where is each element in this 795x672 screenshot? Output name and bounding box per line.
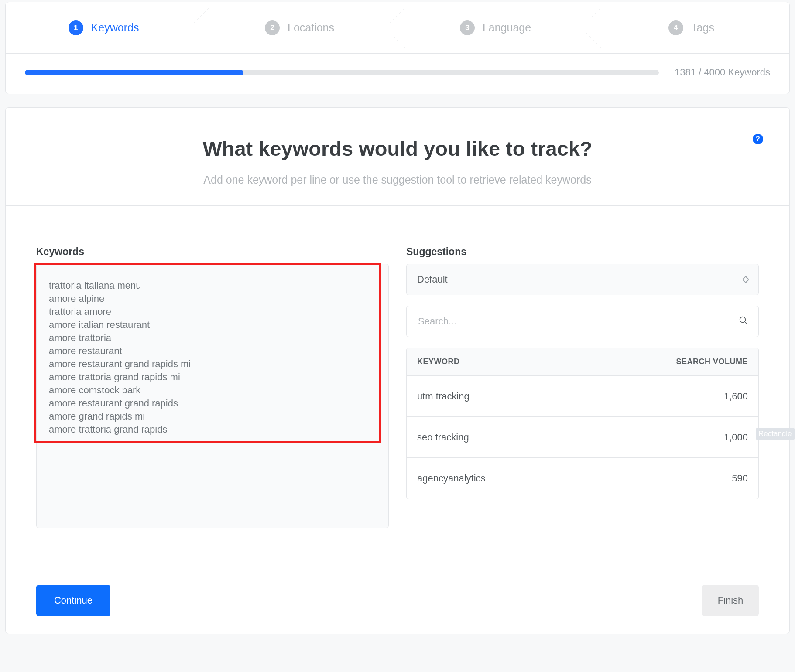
main-card: ? What keywords would you like to track?…	[5, 107, 790, 634]
chevron-updown-icon	[743, 276, 749, 283]
col-volume-header: SEARCH VOLUME	[676, 357, 748, 366]
progress-row: 1381 / 4000 Keywords	[6, 54, 789, 94]
suggestions-table-header: KEYWORD SEARCH VOLUME	[407, 348, 758, 376]
suggestion-volume: 1,000	[724, 432, 748, 443]
main-header: What keywords would you like to track? A…	[6, 108, 789, 206]
suggestion-row[interactable]: seo tracking 1,000	[407, 417, 758, 458]
suggestions-search-input[interactable]	[417, 315, 738, 327]
footer-row: Continue Finish	[6, 528, 789, 616]
keywords-column: Keywords trattoria italiana menu amore a…	[36, 246, 389, 528]
step-label: Tags	[691, 21, 714, 34]
suggestion-keyword: utm tracking	[417, 391, 469, 402]
page-subtitle: Add one keyword per line or use the sugg…	[32, 174, 763, 186]
suggestions-table: KEYWORD SEARCH VOLUME utm tracking 1,600…	[406, 348, 759, 499]
finish-button[interactable]: Finish	[702, 585, 759, 616]
keywords-section-title: Keywords	[36, 246, 389, 258]
page-title: What keywords would you like to track?	[32, 136, 763, 160]
wizard-top-card: 1 Keywords 2 Locations 3 Language 4 Tags…	[5, 2, 790, 94]
step-label: Language	[483, 21, 531, 34]
continue-button[interactable]: Continue	[36, 585, 110, 616]
search-icon[interactable]	[738, 315, 748, 327]
suggestions-source-select[interactable]: Default	[406, 264, 759, 295]
step-locations[interactable]: 2 Locations	[202, 2, 398, 53]
keyword-progress-bar	[25, 70, 659, 75]
step-number: 4	[668, 20, 683, 35]
suggestions-column: Suggestions Default KEYWO	[406, 246, 759, 499]
keywords-textarea[interactable]: trattoria italiana menu amore alpine tra…	[36, 264, 389, 528]
step-label: Locations	[288, 21, 334, 34]
suggestion-keyword: agencyanalytics	[417, 473, 486, 484]
select-value: Default	[417, 274, 448, 285]
suggestions-search[interactable]	[406, 306, 759, 337]
col-keyword-header: KEYWORD	[417, 357, 460, 366]
keyword-progress-fill	[25, 70, 243, 75]
suggestion-row[interactable]: utm tracking 1,600	[407, 376, 758, 417]
suggestions-section-title: Suggestions	[406, 246, 759, 258]
step-label: Keywords	[91, 21, 139, 34]
svg-line-3	[745, 322, 747, 324]
step-tags[interactable]: 4 Tags	[593, 2, 789, 53]
keyword-progress-text: 1381 / 4000 Keywords	[675, 67, 770, 78]
suggestion-volume: 590	[732, 473, 748, 484]
step-number: 2	[265, 20, 280, 35]
stepper: 1 Keywords 2 Locations 3 Language 4 Tags	[6, 2, 789, 54]
step-keywords[interactable]: 1 Keywords	[6, 2, 202, 53]
suggestion-row[interactable]: agencyanalytics 590	[407, 458, 758, 499]
step-number: 3	[460, 20, 475, 35]
suggestion-volume: 1,600	[724, 391, 748, 402]
step-language[interactable]: 3 Language	[398, 2, 593, 53]
step-number: 1	[69, 20, 83, 35]
suggestion-keyword: seo tracking	[417, 432, 469, 443]
